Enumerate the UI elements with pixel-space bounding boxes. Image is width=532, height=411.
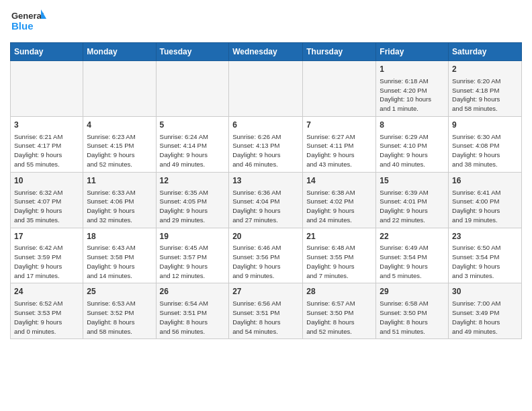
calendar-cell: 23Sunrise: 6:50 AM Sunset: 3:54 PM Dayli… bbox=[449, 228, 522, 283]
weekday-header-thursday: Thursday bbox=[303, 43, 376, 61]
weekday-header-sunday: Sunday bbox=[11, 43, 83, 61]
day-number: 27 bbox=[232, 286, 299, 298]
day-number: 6 bbox=[232, 120, 299, 131]
day-number: 24 bbox=[14, 286, 79, 298]
day-info: Sunrise: 6:32 AM Sunset: 4:07 PM Dayligh… bbox=[14, 188, 79, 225]
calendar-cell: 21Sunrise: 6:48 AM Sunset: 3:55 PM Dayli… bbox=[303, 228, 376, 283]
day-number: 12 bbox=[160, 175, 226, 187]
header: General Blue bbox=[10, 7, 522, 37]
day-number: 13 bbox=[232, 175, 299, 187]
calendar-cell: 22Sunrise: 6:49 AM Sunset: 3:54 PM Dayli… bbox=[376, 228, 449, 283]
calendar-week-row: 24Sunrise: 6:52 AM Sunset: 3:53 PM Dayli… bbox=[11, 283, 522, 339]
day-number: 9 bbox=[452, 120, 518, 131]
day-number: 22 bbox=[380, 231, 445, 242]
calendar-cell: 8Sunrise: 6:29 AM Sunset: 4:10 PM Daylig… bbox=[376, 116, 449, 172]
calendar-cell bbox=[229, 61, 303, 117]
day-info: Sunrise: 6:33 AM Sunset: 4:06 PM Dayligh… bbox=[87, 188, 152, 225]
day-info: Sunrise: 6:18 AM Sunset: 4:20 PM Dayligh… bbox=[380, 77, 445, 113]
day-number: 16 bbox=[452, 175, 518, 187]
day-number: 7 bbox=[306, 120, 372, 131]
logo-svg: General Blue bbox=[10, 7, 47, 37]
weekday-header-monday: Monday bbox=[83, 43, 156, 61]
calendar-cell: 27Sunrise: 6:56 AM Sunset: 3:51 PM Dayli… bbox=[229, 283, 303, 339]
day-info: Sunrise: 6:21 AM Sunset: 4:17 PM Dayligh… bbox=[14, 132, 79, 169]
day-number: 14 bbox=[306, 175, 372, 187]
calendar-cell: 15Sunrise: 6:39 AM Sunset: 4:01 PM Dayli… bbox=[376, 172, 449, 228]
calendar-cell: 10Sunrise: 6:32 AM Sunset: 4:07 PM Dayli… bbox=[11, 172, 83, 228]
calendar-cell: 16Sunrise: 6:41 AM Sunset: 4:00 PM Dayli… bbox=[449, 172, 522, 228]
day-number: 21 bbox=[306, 231, 372, 242]
calendar-cell: 14Sunrise: 6:38 AM Sunset: 4:02 PM Dayli… bbox=[303, 172, 376, 228]
day-info: Sunrise: 6:50 AM Sunset: 3:54 PM Dayligh… bbox=[452, 243, 518, 280]
calendar-week-row: 3Sunrise: 6:21 AM Sunset: 4:17 PM Daylig… bbox=[11, 116, 522, 172]
day-info: Sunrise: 6:48 AM Sunset: 3:55 PM Dayligh… bbox=[306, 243, 372, 280]
calendar-cell: 17Sunrise: 6:42 AM Sunset: 3:59 PM Dayli… bbox=[11, 228, 83, 283]
calendar-cell bbox=[303, 61, 376, 117]
day-info: Sunrise: 6:20 AM Sunset: 4:18 PM Dayligh… bbox=[452, 77, 518, 113]
calendar-cell: 13Sunrise: 6:36 AM Sunset: 4:04 PM Dayli… bbox=[229, 172, 303, 228]
day-number: 17 bbox=[14, 231, 79, 242]
calendar-cell: 7Sunrise: 6:27 AM Sunset: 4:11 PM Daylig… bbox=[303, 116, 376, 172]
weekday-header-row: SundayMondayTuesdayWednesdayThursdayFrid… bbox=[11, 43, 522, 61]
weekday-header-saturday: Saturday bbox=[449, 43, 522, 61]
weekday-header-friday: Friday bbox=[376, 43, 449, 61]
day-info: Sunrise: 6:53 AM Sunset: 3:52 PM Dayligh… bbox=[87, 299, 152, 336]
weekday-header-tuesday: Tuesday bbox=[156, 43, 229, 61]
calendar-cell: 24Sunrise: 6:52 AM Sunset: 3:53 PM Dayli… bbox=[11, 283, 83, 339]
calendar-table: SundayMondayTuesdayWednesdayThursdayFrid… bbox=[10, 42, 522, 339]
day-number: 28 bbox=[306, 286, 372, 298]
day-info: Sunrise: 6:57 AM Sunset: 3:50 PM Dayligh… bbox=[306, 299, 372, 336]
day-number: 19 bbox=[160, 231, 226, 242]
calendar-cell: 18Sunrise: 6:43 AM Sunset: 3:58 PM Dayli… bbox=[83, 228, 156, 283]
day-number: 29 bbox=[380, 286, 445, 298]
calendar-week-row: 1Sunrise: 6:18 AM Sunset: 4:20 PM Daylig… bbox=[11, 61, 522, 117]
day-info: Sunrise: 6:49 AM Sunset: 3:54 PM Dayligh… bbox=[380, 243, 445, 280]
calendar-cell: 12Sunrise: 6:35 AM Sunset: 4:05 PM Dayli… bbox=[156, 172, 229, 228]
calendar-cell bbox=[11, 61, 83, 117]
day-info: Sunrise: 6:27 AM Sunset: 4:11 PM Dayligh… bbox=[306, 132, 372, 169]
day-number: 18 bbox=[87, 231, 152, 242]
calendar-cell: 6Sunrise: 6:26 AM Sunset: 4:13 PM Daylig… bbox=[229, 116, 303, 172]
calendar-cell: 19Sunrise: 6:45 AM Sunset: 3:57 PM Dayli… bbox=[156, 228, 229, 283]
day-info: Sunrise: 6:36 AM Sunset: 4:04 PM Dayligh… bbox=[232, 188, 299, 225]
calendar-cell: 11Sunrise: 6:33 AM Sunset: 4:06 PM Dayli… bbox=[83, 172, 156, 228]
calendar-cell: 25Sunrise: 6:53 AM Sunset: 3:52 PM Dayli… bbox=[83, 283, 156, 339]
day-number: 20 bbox=[232, 231, 299, 242]
day-info: Sunrise: 6:38 AM Sunset: 4:02 PM Dayligh… bbox=[306, 188, 372, 225]
day-info: Sunrise: 6:26 AM Sunset: 4:13 PM Dayligh… bbox=[232, 132, 299, 169]
day-info: Sunrise: 6:41 AM Sunset: 4:00 PM Dayligh… bbox=[452, 188, 518, 225]
weekday-header-wednesday: Wednesday bbox=[229, 43, 303, 61]
day-info: Sunrise: 6:43 AM Sunset: 3:58 PM Dayligh… bbox=[87, 243, 152, 280]
calendar-cell: 28Sunrise: 6:57 AM Sunset: 3:50 PM Dayli… bbox=[303, 283, 376, 339]
day-info: Sunrise: 6:56 AM Sunset: 3:51 PM Dayligh… bbox=[232, 299, 299, 336]
day-info: Sunrise: 6:42 AM Sunset: 3:59 PM Dayligh… bbox=[14, 243, 79, 280]
day-info: Sunrise: 6:39 AM Sunset: 4:01 PM Dayligh… bbox=[380, 188, 445, 225]
day-info: Sunrise: 6:46 AM Sunset: 3:56 PM Dayligh… bbox=[232, 243, 299, 280]
calendar-cell: 3Sunrise: 6:21 AM Sunset: 4:17 PM Daylig… bbox=[11, 116, 83, 172]
logo: General Blue bbox=[10, 7, 47, 37]
calendar-cell: 30Sunrise: 7:00 AM Sunset: 3:49 PM Dayli… bbox=[449, 283, 522, 339]
day-number: 4 bbox=[87, 120, 152, 131]
day-number: 26 bbox=[160, 286, 226, 298]
calendar-cell: 26Sunrise: 6:54 AM Sunset: 3:51 PM Dayli… bbox=[156, 283, 229, 339]
day-info: Sunrise: 6:45 AM Sunset: 3:57 PM Dayligh… bbox=[160, 243, 226, 280]
day-number: 25 bbox=[87, 286, 152, 298]
day-info: Sunrise: 6:35 AM Sunset: 4:05 PM Dayligh… bbox=[160, 188, 226, 225]
day-info: Sunrise: 7:00 AM Sunset: 3:49 PM Dayligh… bbox=[452, 299, 518, 336]
svg-text:Blue: Blue bbox=[11, 20, 34, 32]
day-info: Sunrise: 6:54 AM Sunset: 3:51 PM Dayligh… bbox=[160, 299, 226, 336]
day-info: Sunrise: 6:30 AM Sunset: 4:08 PM Dayligh… bbox=[452, 132, 518, 169]
calendar-cell bbox=[156, 61, 229, 117]
calendar-week-row: 10Sunrise: 6:32 AM Sunset: 4:07 PM Dayli… bbox=[11, 172, 522, 228]
day-number: 30 bbox=[452, 286, 518, 298]
day-number: 2 bbox=[452, 64, 518, 75]
calendar-cell: 4Sunrise: 6:23 AM Sunset: 4:15 PM Daylig… bbox=[83, 116, 156, 172]
day-info: Sunrise: 6:24 AM Sunset: 4:14 PM Dayligh… bbox=[160, 132, 226, 169]
day-number: 10 bbox=[14, 175, 79, 187]
calendar-cell: 29Sunrise: 6:58 AM Sunset: 3:50 PM Dayli… bbox=[376, 283, 449, 339]
day-info: Sunrise: 6:58 AM Sunset: 3:50 PM Dayligh… bbox=[380, 299, 445, 336]
calendar-cell: 5Sunrise: 6:24 AM Sunset: 4:14 PM Daylig… bbox=[156, 116, 229, 172]
day-number: 5 bbox=[160, 120, 226, 131]
calendar-cell: 2Sunrise: 6:20 AM Sunset: 4:18 PM Daylig… bbox=[449, 61, 522, 117]
day-number: 3 bbox=[14, 120, 79, 131]
